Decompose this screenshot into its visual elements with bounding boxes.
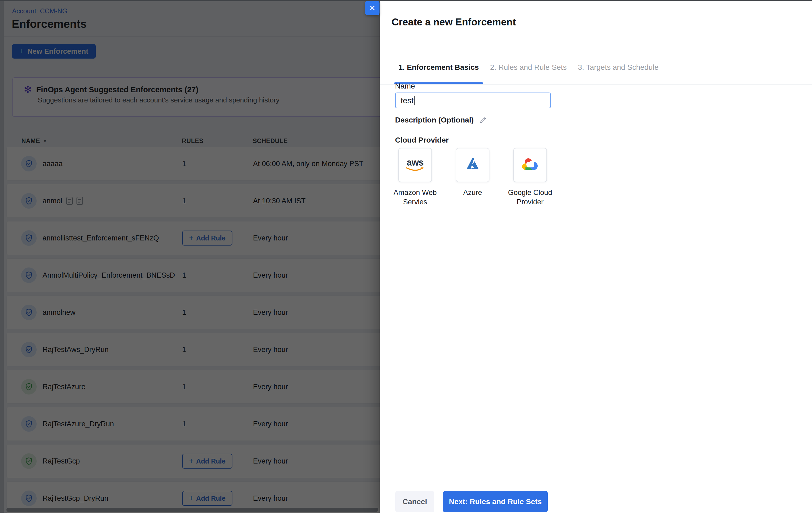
close-drawer-button[interactable]: ✕ xyxy=(365,1,379,15)
drawer-footer: Cancel Next: Rules and Rule Sets xyxy=(380,482,812,513)
aws-logo-icon: aws xyxy=(405,158,425,172)
tabs-divider xyxy=(380,84,812,85)
provider-gcp[interactable]: Google Cloud Provider xyxy=(513,148,547,207)
drawer-title: Create a new Enforcement xyxy=(392,17,516,28)
provider-aws-label: Amazon Web Servies xyxy=(391,188,439,207)
create-enforcement-drawer: ✕ Create a new Enforcement 1. Enforcemen… xyxy=(380,0,812,513)
tab-rules-and-rule-sets[interactable]: 2. Rules and Rule Sets xyxy=(486,51,571,84)
name-label: Name xyxy=(395,82,415,90)
azure-logo-icon xyxy=(464,157,481,173)
screen: Account: CCM-NG Enforcements + New Enfor… xyxy=(0,0,812,513)
close-icon: ✕ xyxy=(369,4,375,12)
next-button[interactable]: Next: Rules and Rule Sets xyxy=(443,491,548,512)
tab-targets-and-schedule[interactable]: 3. Targets and Schedule xyxy=(574,51,663,84)
window-top-edge xyxy=(0,0,812,1)
cloud-provider-options: aws Amazon Web Servies Azure xyxy=(398,148,547,207)
description-label: Description (Optional) xyxy=(395,116,474,124)
provider-azure[interactable]: Azure xyxy=(456,148,489,207)
provider-azure-label: Azure xyxy=(448,188,497,197)
cloud-provider-label: Cloud Provider xyxy=(395,136,449,144)
name-input-value: test xyxy=(401,96,413,105)
gcp-logo-icon xyxy=(521,157,539,173)
name-input[interactable]: test xyxy=(395,92,551,108)
provider-aws[interactable]: aws Amazon Web Servies xyxy=(398,148,432,207)
provider-gcp-label: Google Cloud Provider xyxy=(506,188,554,207)
tab-enforcement-basics[interactable]: 1. Enforcement Basics xyxy=(394,51,483,84)
edit-pencil-icon[interactable] xyxy=(478,116,487,124)
wizard-tabs: 1. Enforcement Basics 2. Rules and Rule … xyxy=(394,51,663,84)
text-caret xyxy=(414,96,414,105)
cancel-button[interactable]: Cancel xyxy=(395,491,434,512)
